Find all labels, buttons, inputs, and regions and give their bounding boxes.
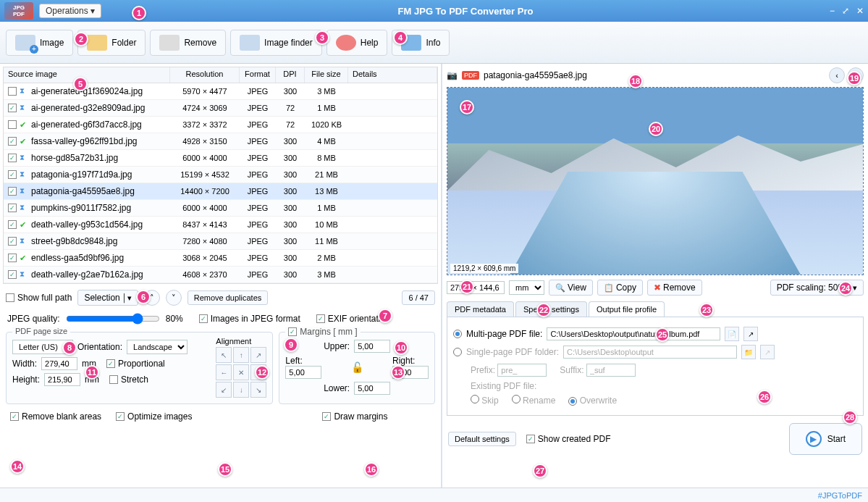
hashtag-link[interactable]: #JPGToPDF — [818, 491, 862, 500]
counter-display[interactable]: 6 / 47 — [402, 290, 435, 305]
table-row[interactable]: ✔ai-generated-g6f3d7acc8.jpg3372 × 3372J… — [4, 117, 437, 133]
row-check[interactable] — [8, 120, 17, 129]
height-input[interactable] — [44, 373, 80, 386]
col-size[interactable]: File size — [305, 67, 348, 83]
close-icon[interactable]: ✕ — [856, 6, 864, 16]
row-check[interactable] — [8, 187, 17, 196]
file-name: fassa-valley-g962ff91bd.jpg — [31, 136, 138, 146]
prefix-input — [497, 364, 547, 377]
preview-remove-button[interactable]: ✖ Remove — [647, 280, 702, 296]
image-finder-button[interactable]: Image finder — [230, 30, 322, 56]
col-resolution[interactable]: Resolution — [170, 67, 240, 83]
row-check[interactable] — [8, 220, 17, 229]
row-check[interactable] — [8, 270, 17, 279]
table-row[interactable]: ⧗street-g9b8dc9848.jpg7280 × 4080JPEG300… — [4, 233, 437, 250]
col-dpi[interactable]: DPI — [276, 67, 305, 83]
row-check[interactable] — [8, 87, 17, 96]
browse-pdf-icon[interactable]: 📄 — [725, 327, 739, 341]
callout-badge: 6 — [136, 290, 151, 304]
images-jpeg-check[interactable] — [199, 314, 208, 323]
tab-metadata[interactable]: PDF metadata — [447, 301, 514, 317]
orientation-select[interactable]: Landscape — [127, 340, 187, 354]
stretch-check[interactable] — [109, 375, 118, 384]
tab-output-profile[interactable]: Output file profile — [589, 301, 665, 317]
operations-menu[interactable]: Operations ▾ — [39, 4, 101, 18]
multi-page-radio[interactable] — [453, 330, 462, 338]
preview-area[interactable]: 1219,2 × 609,6 mm — [447, 87, 864, 275]
browse-folder-icon: 📁 — [741, 345, 756, 359]
callout-badge: 28 — [843, 410, 857, 424]
prev-image-button[interactable]: ‹ — [829, 67, 845, 83]
row-check[interactable] — [8, 154, 17, 162]
table-row[interactable]: ✔endless-gaa5d9bf96.jpg3068 × 2045JPEG30… — [4, 250, 437, 267]
page-size-title: PDF page size — [12, 327, 70, 335]
selection-menu[interactable]: Selection │▾ — [77, 290, 138, 306]
row-check[interactable] — [8, 137, 17, 146]
table-row[interactable]: ✔death-valley-g953c1d564.jpg8437 × 4143J… — [4, 217, 437, 233]
show-full-path-check[interactable] — [6, 293, 14, 302]
callout-badge: 21 — [460, 280, 474, 294]
callout-badge: 18 — [628, 74, 643, 88]
add-image-button[interactable]: Image — [6, 30, 73, 56]
unit-select[interactable]: mm — [509, 280, 544, 295]
row-check[interactable] — [8, 170, 17, 179]
show-created-check[interactable] — [526, 435, 535, 443]
table-row[interactable]: ⧗patagonia-ga45595ae8.jpg14400 × 7200JPE… — [4, 183, 437, 200]
jpeg-quality-slider[interactable] — [66, 313, 160, 325]
single-page-radio[interactable] — [453, 348, 462, 356]
lock-icon[interactable]: 🔓 — [351, 361, 363, 373]
tab-special[interactable]: Special settings — [515, 301, 587, 317]
table-row[interactable]: ⧗patagonia-g197f71d9a.jpg15199 × 4532JPE… — [4, 167, 437, 183]
proportional-check[interactable] — [106, 359, 115, 368]
table-row[interactable]: ⧗death-valley-g2ae7b162a.jpg4608 × 2370J… — [4, 267, 437, 283]
copy-button[interactable]: 📋 Copy — [597, 280, 643, 296]
callout-badge: 25 — [655, 327, 670, 342]
margin-lower[interactable] — [354, 382, 390, 395]
view-button[interactable]: 🔍 View — [549, 280, 593, 296]
hourglass-icon: ⧗ — [20, 187, 28, 196]
remove-blank-check[interactable] — [10, 412, 19, 421]
remove-duplicates-button[interactable]: Remove duplicates — [187, 290, 269, 305]
width-input[interactable] — [41, 357, 77, 370]
table-row[interactable]: ⧗horse-gd85a72b31.jpg6000 × 4000JPEG3008… — [4, 150, 437, 167]
hourglass-icon: ⧗ — [20, 237, 28, 246]
margins-enable-check[interactable] — [288, 327, 297, 336]
file-name: death-valley-g2ae7b162a.jpg — [31, 269, 143, 280]
file-name: patagonia-ga45595ae8.jpg — [31, 186, 135, 196]
start-button[interactable]: ▶Start — [789, 423, 862, 455]
margin-left[interactable] — [285, 366, 321, 379]
callout-badge: 3 — [315, 30, 329, 45]
draw-margins-check[interactable] — [322, 412, 331, 421]
table-row[interactable]: ⧗pumpkins-g9011f7582.jpg6000 × 4000JPEG3… — [4, 200, 437, 217]
page-dimensions-input[interactable] — [447, 281, 505, 294]
row-check[interactable] — [8, 104, 17, 112]
col-format[interactable]: Format — [240, 67, 276, 83]
col-details[interactable]: Details — [348, 67, 437, 83]
remove-button[interactable]: Remove — [150, 30, 226, 56]
exif-check[interactable] — [316, 314, 325, 323]
table-row[interactable]: ⧗ai-generated-g1f369024a.jpg5970 × 4477J… — [4, 83, 437, 100]
help-button[interactable]: Help — [326, 30, 388, 56]
table-row[interactable]: ⧗ai-generated-g32e8909ad.jpg4724 × 3069J… — [4, 100, 437, 117]
row-check[interactable] — [8, 254, 17, 262]
minimize-icon[interactable]: − — [830, 6, 835, 16]
callout-badge: 10 — [394, 340, 408, 355]
margin-upper[interactable] — [354, 340, 390, 353]
move-down-button[interactable]: ˅ — [166, 290, 182, 306]
callout-badge: 17 — [460, 100, 474, 114]
row-check[interactable] — [8, 204, 17, 212]
multi-path-input[interactable] — [547, 327, 720, 340]
file-name: pumpkins-g9011f7582.jpg — [31, 203, 131, 213]
row-check[interactable] — [8, 237, 17, 246]
callout-badge: 11 — [85, 365, 99, 380]
default-settings-button[interactable]: Default settings — [448, 432, 516, 446]
open-pdf-icon[interactable]: ↗ — [743, 327, 758, 341]
maximize-icon[interactable]: ⤢ — [842, 6, 849, 16]
camera-icon: 📷 — [447, 70, 458, 80]
callout-badge: 9 — [284, 338, 298, 352]
check-icon: ✔ — [20, 120, 28, 129]
table-row[interactable]: ✔fassa-valley-g962ff91bd.jpg4928 × 3150J… — [4, 133, 437, 150]
callout-badge: 27 — [533, 464, 547, 478]
add-folder-button[interactable]: Folder — [77, 30, 146, 56]
optimize-check[interactable] — [116, 412, 125, 421]
